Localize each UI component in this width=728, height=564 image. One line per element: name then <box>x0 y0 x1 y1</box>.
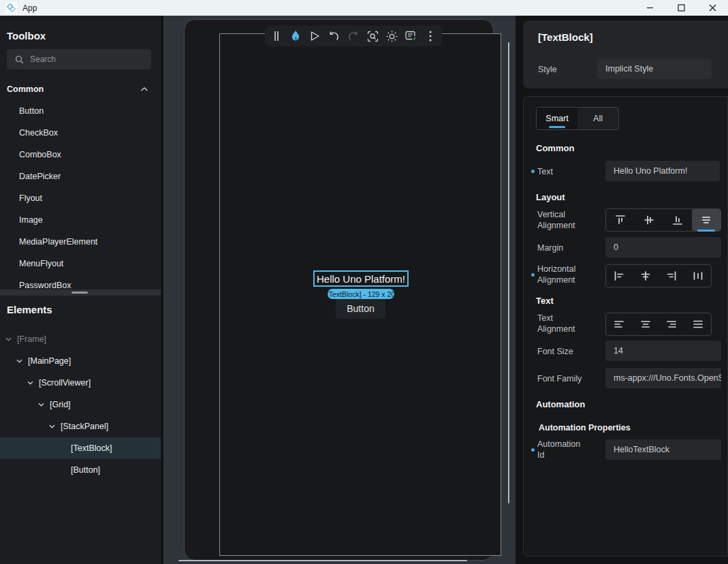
undo-icon[interactable] <box>327 29 342 44</box>
canvas-horizontal-scrollbar[interactable] <box>178 560 467 561</box>
chevron-down-icon[interactable] <box>5 337 12 341</box>
valign-stretch-button[interactable] <box>692 209 721 231</box>
canvas-button-element[interactable]: Button <box>336 298 385 319</box>
toolbox-item-flyout[interactable]: Flyout <box>0 187 161 209</box>
text-alignment-label: Text Alignment <box>537 313 592 334</box>
style-field[interactable]: Implicit Style <box>597 59 712 79</box>
app-title: App <box>22 3 37 13</box>
text-align-left-button[interactable] <box>606 313 633 335</box>
theme-sun-icon[interactable] <box>384 29 399 44</box>
modified-dot <box>531 273 535 277</box>
toolbox-item-datepicker[interactable]: DatePicker <box>0 166 161 187</box>
play-icon[interactable] <box>308 29 323 44</box>
toolbox-item-menuflyout[interactable]: MenuFlyout <box>0 253 161 275</box>
toolbox-scrollbar-thumb[interactable] <box>72 292 88 294</box>
modified-dot <box>531 170 535 173</box>
form-check-icon[interactable] <box>404 29 419 44</box>
valign-center-button[interactable] <box>635 209 663 231</box>
tree-item-grid[interactable]: [Grid] <box>0 394 161 416</box>
titlebar: App <box>0 0 728 16</box>
common-section-label: Common <box>7 84 44 94</box>
chevron-down-icon[interactable] <box>49 424 55 428</box>
active-tab-indicator <box>549 126 565 128</box>
toolbox-section-common[interactable]: Common <box>0 80 161 98</box>
tab-all[interactable]: All <box>577 108 618 129</box>
search-icon <box>15 55 24 64</box>
canvas-toolbar <box>265 26 442 46</box>
margin-field[interactable]: 0 <box>605 237 721 257</box>
valign-bottom-button[interactable] <box>663 209 692 231</box>
selected-element-title: [TextBlock] <box>538 31 593 43</box>
chevron-down-icon[interactable] <box>16 359 22 363</box>
tree-item-stackpanel[interactable]: [StackPanel] <box>0 416 161 437</box>
toolbox-search[interactable] <box>7 49 151 69</box>
tab-smart[interactable]: Smart <box>537 108 577 129</box>
chevron-down-icon[interactable] <box>38 403 44 407</box>
tree-item-button[interactable]: [Button] <box>0 459 161 481</box>
text-align-justify-button[interactable] <box>685 313 712 335</box>
horizontal-alignment-label: Horizontal Alignment <box>537 264 592 285</box>
horizontal-alignment-group <box>605 264 712 287</box>
toolbox-item-image[interactable]: Image <box>0 209 161 231</box>
layout-heading: Layout <box>536 192 565 202</box>
automation-properties-subheading: Automation Properties <box>539 423 631 433</box>
selected-textblock[interactable]: Hello Uno Platform! <box>313 270 409 287</box>
search-input[interactable] <box>30 54 132 64</box>
vertical-alignment-group <box>605 208 721 232</box>
properties-panel: [TextBlock] Style Implicit Style Smart A… <box>516 16 728 564</box>
automation-heading: Automation <box>536 399 585 409</box>
text-field[interactable]: Hello Uno Platform! <box>605 161 720 181</box>
selection-size-badge: [TextBlock] - 129 x 20 <box>328 289 394 299</box>
canvas-vertical-scrollbar[interactable] <box>508 42 509 503</box>
selected-option-indicator <box>697 230 715 232</box>
redo-icon[interactable] <box>346 29 361 44</box>
text-align-center-button[interactable] <box>633 313 659 335</box>
halign-stretch-button[interactable] <box>685 265 712 287</box>
margin-label: Margin <box>537 242 563 253</box>
more-options-icon[interactable] <box>423 29 438 44</box>
minimize-button[interactable] <box>634 0 665 16</box>
close-button[interactable] <box>697 0 728 16</box>
elements-title: Elements <box>7 304 52 315</box>
text-align-right-button[interactable] <box>659 313 685 335</box>
chevron-down-icon[interactable] <box>27 381 33 385</box>
device-frame: Hello Uno Platform! [TextBlock] - 129 x … <box>184 19 494 561</box>
left-sidebar: Toolbox Common Button CheckBox ComboBox … <box>0 16 161 564</box>
hot-reload-flame-icon[interactable] <box>288 29 303 44</box>
toolbox-item-checkbox[interactable]: CheckBox <box>0 122 161 144</box>
halign-right-button[interactable] <box>659 265 685 287</box>
font-size-field[interactable]: 14 <box>605 341 721 361</box>
valign-top-button[interactable] <box>606 209 635 231</box>
toolbox-item-combobox[interactable]: ComboBox <box>0 144 161 166</box>
toolbox-item-mediaplayerelement[interactable]: MediaPlayerElement <box>0 231 161 253</box>
textblock-text: Hello Uno Platform! <box>317 273 405 285</box>
automation-id-field[interactable]: HelloTextBlock <box>605 439 721 460</box>
toolbox-scrollbar[interactable] <box>0 289 161 296</box>
toolbox-item-button[interactable]: Button <box>0 100 161 122</box>
toolbox-title: Toolbox <box>7 30 46 42</box>
drag-handle-icon[interactable] <box>269 29 284 44</box>
app-window: App Toolbox Common Bu <box>0 0 728 564</box>
inspector-tabs: Smart All <box>536 107 619 130</box>
maximize-button[interactable] <box>665 0 697 16</box>
inspector-properties-card: Smart All Common Text Hello Uno Platform… <box>523 96 728 557</box>
text-alignment-group <box>605 313 712 336</box>
tree-item-mainpage[interactable]: [MainPage] <box>0 350 161 372</box>
font-family-field[interactable]: ms-appx:///Uno.Fonts.OpenSan <box>605 368 721 388</box>
design-canvas: Hello Uno Platform! [TextBlock] - 129 x … <box>163 16 516 564</box>
tree-item-scrollviewer[interactable]: [ScrollViewer] <box>0 372 161 394</box>
vertical-alignment-label: Vertical Alignment <box>537 209 592 231</box>
inspector-header-card: [TextBlock] Style Implicit Style <box>523 20 728 89</box>
halign-left-button[interactable] <box>606 265 633 287</box>
font-family-label: Font Family <box>537 373 582 384</box>
modified-dot <box>531 448 535 452</box>
element-inspect-icon[interactable] <box>365 29 380 44</box>
common-heading: Common <box>536 143 574 153</box>
font-size-label: Font Size <box>537 346 573 357</box>
chevron-up-icon <box>140 87 148 92</box>
tree-item-frame[interactable]: [Frame] <box>0 328 161 350</box>
tree-item-textblock[interactable]: [TextBlock] <box>0 437 161 459</box>
halign-center-button[interactable] <box>633 265 659 287</box>
text-label: Text <box>537 166 553 177</box>
automation-id-label: Automation Id <box>537 439 585 460</box>
